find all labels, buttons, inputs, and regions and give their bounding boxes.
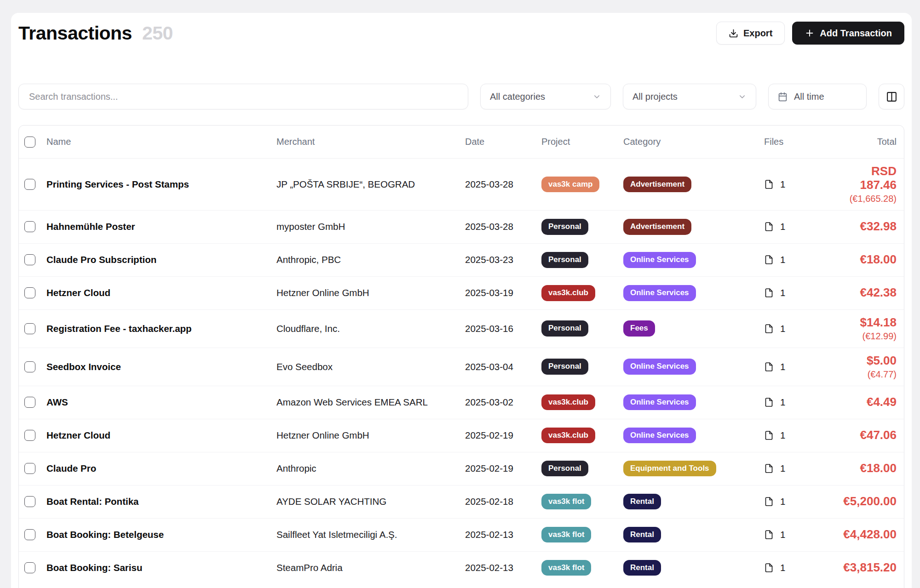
transaction-name: Hetzner Cloud bbox=[46, 430, 276, 441]
transaction-merchant: AYDE SOLAR YACHTING bbox=[276, 496, 465, 507]
project-badge[interactable]: vas3k flot bbox=[541, 527, 591, 543]
total-amount: €5,200.00 bbox=[834, 495, 897, 508]
category-filter[interactable]: All categories bbox=[480, 84, 611, 109]
file-icon bbox=[764, 323, 774, 334]
project-filter[interactable]: All projects bbox=[623, 84, 756, 109]
transaction-date: 2025-02-13 bbox=[465, 529, 541, 540]
file-icon bbox=[764, 287, 774, 298]
category-badge[interactable]: Online Services bbox=[623, 252, 696, 268]
export-label: Export bbox=[743, 28, 772, 39]
file-icon bbox=[764, 430, 774, 441]
project-badge[interactable]: vas3k flot bbox=[541, 494, 591, 510]
table-row[interactable]: Printing Services - Post Stamps JP „POŠT… bbox=[19, 159, 904, 210]
total-amount: €18.00 bbox=[834, 462, 897, 475]
row-checkbox[interactable] bbox=[24, 323, 35, 334]
total-amount: $14.18 bbox=[834, 316, 897, 330]
table-row[interactable]: Boat Rental: Pontika AYDE SOLAR YACHTING… bbox=[19, 485, 904, 518]
category-badge[interactable]: Online Services bbox=[623, 285, 696, 301]
chevron-down-icon bbox=[592, 92, 601, 101]
transaction-merchant: Hetzner Online GmbH bbox=[276, 430, 465, 441]
category-badge[interactable]: Online Services bbox=[623, 359, 696, 375]
project-badge[interactable]: vas3k flot bbox=[541, 560, 591, 576]
project-badge[interactable]: vas3k.club bbox=[541, 428, 595, 444]
select-all-checkbox[interactable] bbox=[24, 137, 35, 148]
header-category: Category bbox=[623, 137, 764, 147]
total-amount: €18.00 bbox=[834, 253, 897, 267]
header-total: Total bbox=[834, 137, 904, 147]
category-badge[interactable]: Online Services bbox=[623, 394, 696, 411]
transaction-merchant: Evo Seedbox bbox=[276, 361, 465, 372]
project-badge[interactable]: Personal bbox=[541, 461, 588, 477]
category-badge[interactable]: Fees bbox=[623, 320, 655, 337]
project-badge[interactable]: Personal bbox=[541, 219, 588, 235]
file-count: 1 bbox=[780, 179, 785, 190]
transaction-date: 2025-03-23 bbox=[465, 254, 541, 265]
transaction-name: Seedbox Invoice bbox=[46, 361, 276, 372]
total-amount: €3,815.20 bbox=[834, 561, 897, 575]
category-badge[interactable]: Advertisement bbox=[623, 177, 691, 193]
row-checkbox[interactable] bbox=[24, 287, 35, 298]
row-checkbox[interactable] bbox=[24, 397, 35, 408]
category-badge[interactable]: Advertisement bbox=[623, 219, 691, 235]
file-count: 1 bbox=[780, 254, 785, 265]
transaction-name: AWS bbox=[46, 397, 276, 408]
transaction-name: Boat Booking: Sarisu bbox=[46, 562, 276, 573]
transaction-date: 2025-02-13 bbox=[465, 562, 541, 573]
project-badge[interactable]: vas3k camp bbox=[541, 177, 599, 193]
transaction-date: 2025-02-19 bbox=[465, 430, 541, 441]
row-checkbox[interactable] bbox=[24, 361, 35, 372]
export-button[interactable]: Export bbox=[716, 22, 785, 45]
table-row[interactable]: Claude Pro Subscription Anthropic, PBC 2… bbox=[19, 243, 904, 276]
transaction-name: Hetzner Cloud bbox=[46, 287, 276, 298]
total-amount: €4.49 bbox=[834, 395, 897, 409]
row-checkbox[interactable] bbox=[24, 529, 35, 540]
content-card: Transactions 250 Export Add Transaction … bbox=[11, 13, 912, 588]
columns-toggle-button[interactable] bbox=[879, 84, 904, 109]
row-checkbox[interactable] bbox=[24, 463, 35, 474]
category-badge[interactable]: Rental bbox=[623, 560, 661, 576]
table-row[interactable]: Hahnemühle Poster myposter GmbH 2025-03-… bbox=[19, 210, 904, 243]
table-row[interactable]: Registration Fee - taxhacker.app Cloudfl… bbox=[19, 309, 904, 348]
transaction-merchant: Anthropic, PBC bbox=[276, 254, 465, 265]
category-badge[interactable]: Online Services bbox=[623, 428, 696, 444]
table-row[interactable]: Hetzner Cloud Hetzner Online GmbH 2025-0… bbox=[19, 276, 904, 309]
date-range-filter[interactable]: All time bbox=[768, 84, 867, 109]
category-badge[interactable]: Rental bbox=[623, 494, 661, 510]
header-merchant: Merchant bbox=[276, 137, 465, 147]
category-badge[interactable]: Equipment and Tools bbox=[623, 461, 716, 477]
add-transaction-button[interactable]: Add Transaction bbox=[792, 22, 904, 45]
transaction-merchant: Cloudflare, Inc. bbox=[276, 323, 465, 334]
transaction-date: 2025-03-02 bbox=[465, 397, 541, 408]
header-project: Project bbox=[541, 137, 623, 147]
project-badge[interactable]: Personal bbox=[541, 359, 588, 375]
table-row[interactable]: Claude Pro Anthropic 2025-02-19 Personal… bbox=[19, 452, 904, 485]
transaction-date: 2025-02-19 bbox=[465, 463, 541, 474]
project-badge[interactable]: vas3k.club bbox=[541, 394, 595, 411]
table-row[interactable]: Seedbox Invoice Evo Seedbox 2025-03-04 P… bbox=[19, 348, 904, 386]
table-row[interactable]: Hetzner Cloud Hetzner Online GmbH 2025-0… bbox=[19, 419, 904, 452]
file-icon bbox=[764, 529, 774, 540]
table-row[interactable]: Boat Booking: Betelgeuse Sailfleet Yat I… bbox=[19, 518, 904, 551]
project-badge[interactable]: Personal bbox=[541, 252, 588, 268]
row-checkbox[interactable] bbox=[24, 562, 35, 573]
transaction-date: 2025-03-28 bbox=[465, 179, 541, 190]
file-icon bbox=[764, 397, 774, 408]
filter-bar: All categories All projects All time bbox=[18, 84, 904, 109]
file-icon bbox=[764, 254, 774, 265]
row-checkbox[interactable] bbox=[24, 221, 35, 232]
project-badge[interactable]: Personal bbox=[541, 320, 588, 337]
file-count: 1 bbox=[780, 287, 785, 298]
file-count: 1 bbox=[780, 430, 785, 441]
row-checkbox[interactable] bbox=[24, 179, 35, 190]
row-checkbox[interactable] bbox=[24, 496, 35, 507]
row-checkbox[interactable] bbox=[24, 254, 35, 265]
search-input[interactable] bbox=[18, 84, 468, 109]
file-icon bbox=[764, 179, 774, 190]
table-row[interactable]: Boat Booking: Sarisu SteamPro Adria 2025… bbox=[19, 551, 904, 584]
total-converted: (€4.77) bbox=[834, 369, 897, 380]
project-badge[interactable]: vas3k.club bbox=[541, 285, 595, 301]
category-badge[interactable]: Rental bbox=[623, 527, 661, 543]
file-icon bbox=[764, 361, 774, 372]
row-checkbox[interactable] bbox=[24, 430, 35, 441]
table-row[interactable]: AWS Amazon Web Services EMEA SARL 2025-0… bbox=[19, 386, 904, 419]
